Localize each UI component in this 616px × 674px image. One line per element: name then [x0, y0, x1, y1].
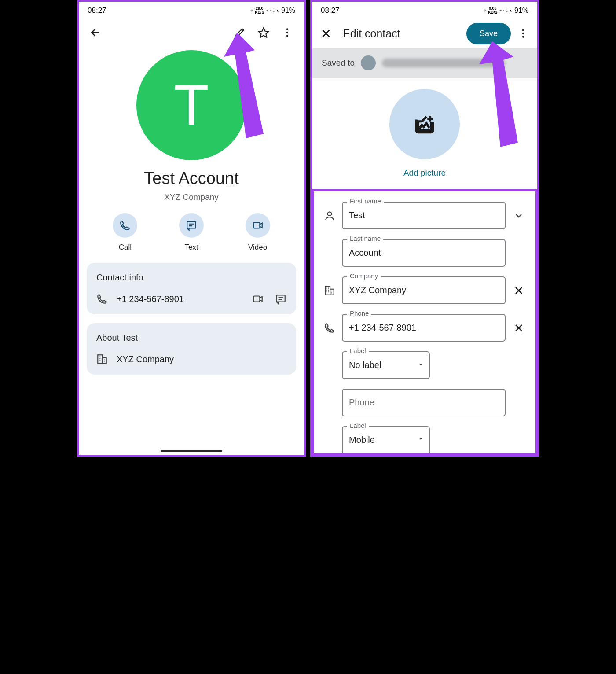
person-icon	[324, 210, 335, 221]
svg-rect-10	[276, 295, 285, 302]
image-plus-icon	[414, 113, 436, 135]
about-company: XYZ Company	[117, 354, 286, 365]
svg-point-18	[522, 29, 524, 31]
clear-company-button[interactable]	[510, 285, 528, 296]
signal-icon	[273, 9, 275, 12]
message-icon[interactable]	[275, 293, 286, 305]
battery-percent: 91%	[281, 7, 295, 15]
text-label: Text	[184, 243, 198, 252]
saved-to-label: Saved to	[322, 58, 355, 68]
account-avatar	[361, 55, 376, 70]
actions-row: Call Text Video	[79, 202, 304, 263]
contact-avatar: T	[136, 50, 246, 160]
phone-icon	[119, 220, 131, 231]
status-bar: 08:27 29.0KB/S Vo 1LTE 2 91%	[79, 2, 304, 19]
svg-rect-23	[330, 289, 334, 295]
phone-label: Phone	[347, 309, 371, 317]
net-speed: 0.08KB/S	[488, 7, 498, 15]
status-time: 08:27	[321, 6, 340, 15]
battery-percent: 91%	[514, 7, 528, 15]
about-card: About Test XYZ Company	[87, 323, 296, 375]
svg-point-21	[328, 212, 332, 216]
svg-point-5	[286, 32, 288, 33]
phone-row[interactable]: +1 234-567-8901	[96, 293, 286, 305]
svg-rect-8	[253, 223, 260, 228]
first-name-field[interactable]	[342, 202, 506, 229]
expand-name-button[interactable]	[510, 210, 528, 221]
status-bar: 08:27 0.08KB/S Vo 1LTE 2 91%	[312, 2, 537, 19]
video-label: Video	[248, 243, 267, 252]
add-picture-button[interactable]	[389, 89, 460, 159]
call-label: Call	[119, 243, 132, 252]
phone2-type-label: Label	[347, 422, 369, 429]
alarm-icon	[250, 9, 253, 12]
svg-point-6	[286, 35, 288, 37]
company-label: Company	[347, 272, 381, 280]
building-icon	[96, 354, 108, 365]
signal-icon-2	[510, 9, 513, 12]
contact-view-screen: 08:27 29.0KB/S Vo 1LTE 2 91% T Test Acco…	[77, 0, 306, 457]
last-name-field[interactable]	[342, 239, 506, 267]
svg-rect-22	[325, 286, 330, 295]
company-row[interactable]: XYZ Company	[96, 354, 286, 365]
call-action[interactable]: Call	[113, 213, 137, 252]
contact-info-title: Contact info	[96, 273, 286, 283]
edit-contact-screen: 08:27 0.08KB/S Vo 1LTE 2 91% Edit contac…	[310, 0, 539, 457]
edit-topbar: Edit contact Save	[312, 19, 537, 48]
favorite-button[interactable]	[253, 22, 274, 43]
svg-rect-1	[270, 11, 271, 11]
signal-icon	[506, 9, 509, 12]
phone-number: +1 234-567-8901	[117, 294, 243, 304]
video-action[interactable]: Video	[246, 213, 270, 252]
phone-icon	[324, 322, 335, 334]
contact-info-card: Contact info +1 234-567-8901	[87, 263, 296, 314]
svg-rect-9	[253, 296, 260, 302]
alarm-icon	[484, 9, 486, 12]
page-title: Edit contact	[343, 27, 465, 40]
contact-company: XYZ Company	[79, 192, 304, 202]
about-title: About Test	[96, 333, 286, 343]
clear-phone-button[interactable]	[510, 323, 528, 333]
more-button[interactable]	[277, 22, 298, 43]
status-time: 08:27	[88, 6, 106, 15]
svg-rect-11	[98, 355, 103, 364]
video-icon	[252, 220, 264, 231]
phone-type-select[interactable]: No label	[342, 351, 430, 379]
wifi-icon	[499, 9, 502, 12]
last-name-label: Last name	[347, 235, 383, 242]
svg-rect-12	[103, 358, 106, 364]
form-area: First name Last name Company Pho	[312, 189, 537, 455]
volte-icon: Vo 1LTE 2	[270, 7, 271, 14]
save-button[interactable]: Save	[466, 23, 511, 44]
edit-button[interactable]	[229, 22, 250, 43]
wifi-icon	[266, 9, 269, 12]
account-email-redacted	[382, 59, 505, 67]
phone2-field[interactable]	[342, 389, 506, 416]
phone-field[interactable]	[342, 314, 506, 342]
contact-topbar	[79, 19, 304, 46]
chevron-down-icon	[418, 361, 424, 368]
message-icon	[186, 220, 197, 231]
contact-name: Test Account	[79, 169, 304, 188]
home-indicator[interactable]	[161, 450, 222, 452]
company-field[interactable]	[342, 276, 506, 304]
svg-point-20	[522, 36, 524, 37]
saved-to-bar[interactable]: Saved to	[312, 48, 537, 78]
back-button[interactable]	[85, 22, 106, 43]
net-speed: 29.0KB/S	[255, 7, 264, 15]
chevron-down-icon	[418, 436, 424, 442]
volte-icon: Vo 1LTE 2	[503, 7, 504, 14]
phone-type-label: Label	[347, 347, 369, 354]
phone2-type-select[interactable]: Mobile	[342, 426, 430, 453]
add-picture-area: Add picture	[312, 78, 537, 186]
video-icon[interactable]	[252, 293, 264, 305]
close-button[interactable]	[315, 23, 337, 44]
svg-point-19	[522, 33, 524, 34]
more-button[interactable]	[513, 23, 534, 44]
svg-rect-15	[503, 11, 504, 11]
add-picture-label[interactable]: Add picture	[403, 168, 446, 178]
svg-point-4	[286, 28, 288, 30]
text-action[interactable]: Text	[179, 213, 204, 252]
building-icon	[324, 285, 335, 296]
svg-rect-7	[187, 221, 196, 228]
